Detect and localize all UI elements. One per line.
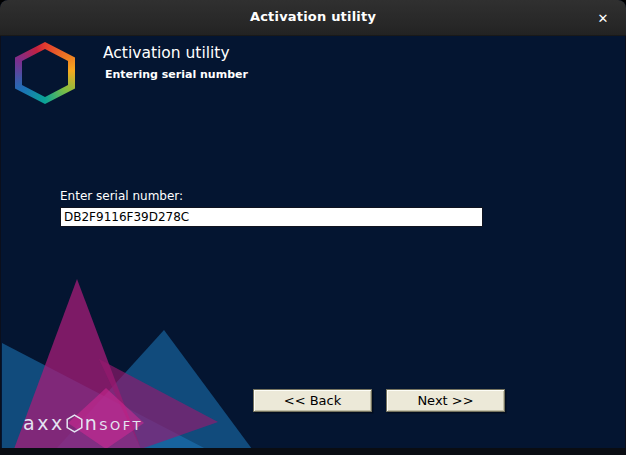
next-button[interactable]: Next >>: [386, 389, 505, 412]
back-button[interactable]: << Back: [253, 389, 372, 412]
wordmark-axx: axx: [23, 412, 65, 434]
activation-utility-window: Activation utility ✕ Activation utility …: [0, 0, 626, 455]
close-icon[interactable]: ✕: [590, 6, 616, 30]
window-title: Activation utility: [0, 9, 626, 24]
titlebar[interactable]: Activation utility ✕: [0, 0, 626, 36]
wordmark-soft: soft: [99, 412, 143, 434]
window-bottom-border: [0, 448, 626, 455]
app-hexagon-logo-icon: [15, 42, 75, 104]
wordmark-n: n: [85, 412, 100, 434]
page-subtitle: Entering serial number: [105, 68, 248, 81]
page-title: Activation utility: [103, 44, 230, 62]
axxonsoft-wordmark: axxnsoft: [23, 411, 143, 435]
serial-number-input[interactable]: [60, 207, 483, 227]
wordmark-hexagon-icon: [66, 414, 83, 433]
serial-number-label: Enter serial number:: [60, 189, 183, 203]
